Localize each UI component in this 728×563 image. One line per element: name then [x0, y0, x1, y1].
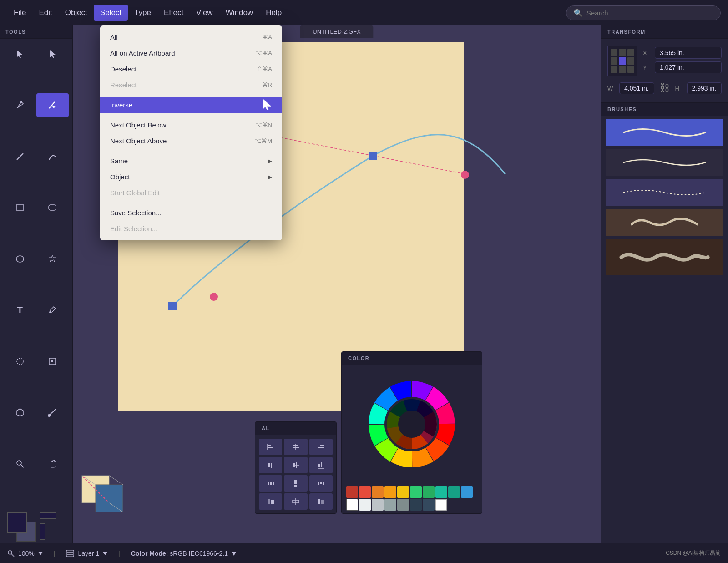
menu-item-object[interactable]: Object ▶ — [100, 169, 282, 185]
brush-item-2[interactable] — [606, 149, 723, 176]
menu-help[interactable]: Help — [259, 5, 288, 21]
transform-w-value[interactable]: 4.051 in. — [619, 82, 654, 94]
menu-item-next-above[interactable]: Next Object Above ⌥⌘M — [100, 133, 282, 149]
color-swatch-silver[interactable] — [372, 499, 384, 511]
arc-tool[interactable] — [36, 145, 69, 168]
align-right[interactable] — [309, 439, 333, 455]
transform-h-value[interactable]: 2.993 in. — [687, 82, 722, 94]
color-swatch-yellow[interactable] — [397, 486, 409, 498]
transform-x-label: X — [643, 50, 651, 56]
rounded-rect-tool[interactable] — [36, 196, 69, 219]
color-swatch-red[interactable] — [346, 486, 358, 498]
distribute-v[interactable] — [284, 475, 307, 492]
zoom-dropdown-icon[interactable] — [38, 552, 43, 555]
3d-tool[interactable] — [4, 401, 36, 424]
direct-select-tool[interactable] — [36, 42, 69, 66]
menu-effect[interactable]: Effect — [157, 5, 190, 21]
ellipse-tool[interactable] — [4, 247, 36, 271]
align-btn-5[interactable] — [284, 493, 307, 510]
layer-control: Layer 1 — [66, 550, 107, 557]
color-swatch-lightgray[interactable] — [359, 499, 371, 511]
brush-item-3[interactable] — [606, 179, 723, 206]
artboard-tab[interactable]: UNTITLED-2.GFX — [300, 25, 373, 38]
menu-edit[interactable]: Edit — [32, 5, 58, 21]
menu-item-all-artboard[interactable]: All on Active Artboard ⌥⌘A — [100, 45, 282, 61]
menu-item-deselect[interactable]: Deselect ⇧⌘A — [100, 61, 282, 77]
hand-tool[interactable] — [36, 452, 69, 476]
align-bottom[interactable] — [309, 457, 333, 473]
paint-brush-tool[interactable] — [36, 401, 69, 424]
type-tool[interactable]: T — [4, 298, 36, 322]
pen-tool[interactable] — [4, 93, 36, 117]
menu-select[interactable]: Select — [94, 5, 128, 21]
align-center-h[interactable] — [284, 439, 307, 455]
menu-type[interactable]: Type — [128, 5, 157, 21]
zoom-tool[interactable] — [4, 452, 36, 476]
menu-window[interactable]: Window — [219, 5, 259, 21]
svg-rect-32 — [271, 463, 272, 468]
align-center-v[interactable] — [284, 457, 307, 473]
select-tool[interactable] — [4, 42, 36, 66]
control-point-2[interactable] — [461, 171, 469, 179]
color-wheel[interactable] — [357, 370, 466, 479]
color-swatch-teal[interactable] — [435, 486, 447, 498]
link-proportions-icon[interactable]: ⛓ — [658, 82, 672, 94]
align-btn-4[interactable] — [259, 493, 282, 510]
transform-origin-grid[interactable] — [607, 46, 637, 76]
transform-y-value[interactable]: 1.027 in. — [655, 61, 722, 73]
transform-tool[interactable] — [36, 350, 69, 373]
zoom-level[interactable]: 100% — [18, 550, 35, 557]
align-left[interactable] — [259, 439, 282, 455]
color-swatch-wetasphalt[interactable] — [423, 499, 435, 511]
menu-item-inverse[interactable]: Inverse — [100, 97, 282, 113]
eyedropper-tool[interactable] — [36, 298, 69, 322]
color-swatch-white[interactable] — [346, 499, 358, 511]
layer-dropdown-icon[interactable] — [103, 552, 107, 555]
menu-file[interactable]: File — [7, 5, 32, 21]
menu-item-save-selection[interactable]: Save Selection... — [100, 205, 282, 221]
color-swatch-amber[interactable] — [384, 486, 396, 498]
color-mode-dropdown-icon[interactable] — [232, 552, 236, 556]
outline-mode-btn[interactable] — [40, 523, 45, 540]
brush-item-4[interactable] — [606, 209, 723, 236]
foreground-color[interactable] — [7, 512, 27, 533]
align-top[interactable] — [259, 457, 282, 473]
transform-x-value[interactable]: 3.565 in. — [655, 47, 722, 59]
color-swatch-green[interactable] — [410, 486, 422, 498]
color-mode-value: sRGB IEC61966-2.1 — [170, 550, 228, 557]
svg-point-8 — [49, 311, 51, 313]
grid-dot-8 — [619, 66, 626, 73]
menu-item-next-below[interactable]: Next Object Below ⌥⌘N — [100, 117, 282, 133]
distribute-space[interactable] — [309, 475, 333, 492]
menu-item-all[interactable]: All ⌘A — [100, 29, 282, 45]
color-swatch-orange[interactable] — [372, 486, 384, 498]
align-btn-6[interactable] — [309, 493, 333, 510]
color-swatch-transparent[interactable] — [435, 499, 447, 511]
color-swatch-darkgray[interactable] — [397, 499, 409, 511]
star-tool[interactable] — [36, 247, 69, 271]
menu-object[interactable]: Object — [59, 5, 94, 21]
distribute-h[interactable] — [259, 475, 282, 492]
line-tool[interactable] — [4, 145, 36, 168]
normal-mode-btn[interactable] — [40, 512, 56, 519]
color-swatch-gray[interactable] — [384, 499, 396, 511]
color-swatch-lightred[interactable] — [359, 486, 371, 498]
anchor-point-1[interactable] — [369, 152, 377, 160]
search-input[interactable] — [586, 9, 713, 17]
rect-tool[interactable] — [4, 196, 36, 219]
control-point-3[interactable] — [210, 293, 218, 301]
color-swatch-darkgreen[interactable] — [423, 486, 435, 498]
anchor-tool[interactable] — [36, 93, 69, 117]
color-swatch-midnight[interactable] — [410, 499, 422, 511]
color-swatch-darkteal[interactable] — [448, 486, 460, 498]
lasso-tool[interactable] — [4, 350, 36, 373]
menu-view[interactable]: View — [190, 5, 219, 21]
brush-item-5[interactable] — [606, 239, 723, 275]
menu-item-all-shortcut: ⌘A — [262, 34, 272, 41]
svg-marker-65 — [103, 552, 107, 555]
svg-rect-40 — [268, 482, 269, 485]
anchor-point-2[interactable] — [168, 302, 177, 310]
brush-item-1[interactable] — [606, 119, 723, 146]
menu-item-same[interactable]: Same ▶ — [100, 153, 282, 169]
color-swatch-blue[interactable] — [461, 486, 473, 498]
